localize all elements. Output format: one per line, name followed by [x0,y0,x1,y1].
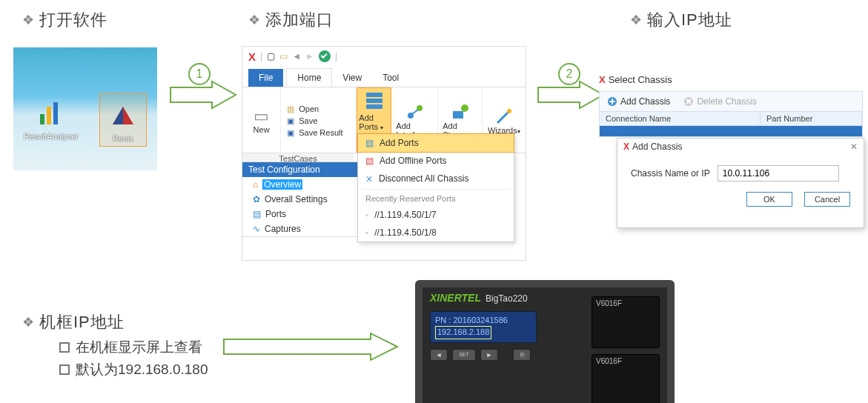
nav-set-button[interactable]: SET [452,349,476,361]
menu-add-ports[interactable]: ▤Add Ports [357,133,514,153]
arrow-1 [169,80,237,110]
x-logo-icon: X [623,141,629,152]
bullet-icon: ❖ [248,12,261,28]
app-logo-icon: X [248,50,256,63]
forward-icon[interactable]: ► [305,51,314,61]
save-button[interactable]: ▣Save [285,116,351,126]
x-logo-icon: X [599,74,606,85]
open-button[interactable]: ▥Open [285,104,351,114]
add-ports-menu: ▤Add Ports ▤Add Offline Ports ⨯Disconnec… [357,133,514,242]
chassis-grid-row[interactable] [599,126,863,137]
svg-rect-1 [47,107,51,124]
nav-left-button[interactable]: ◄ [430,349,448,361]
square-bullet-icon [59,342,70,353]
brand-name: XINERTEL [430,292,481,304]
step-open-software: ❖打开软件 [22,9,107,31]
test-config-panel: Test Configuration ⌂Overview ✿Overall Se… [242,161,362,237]
delete-chassis-button[interactable]: Delete Chassis [683,96,757,107]
svg-point-10 [461,104,468,112]
disk-icon: ▣ [285,116,296,126]
bullet-icon: ❖ [630,12,643,28]
tab-home[interactable]: Home [286,68,332,87]
renix-shortcut[interactable]: Renix [99,93,147,147]
sidebar-item-ports[interactable]: ▤Ports [242,207,361,222]
ports-icon: ▤ [253,209,261,219]
cancel-button[interactable]: Cancel [804,192,850,207]
arrow-2 [537,80,605,110]
new-button[interactable]: ▭New [254,107,270,134]
lcd-ip: 192.168.2.188 [435,326,491,339]
close-icon[interactable]: ✕ [850,141,858,152]
step-enter-ip: ❖输入IP地址 [630,9,732,31]
chassis-hardware: XINERTELBigTao220 PN : 201603241586 192.… [415,280,675,403]
bullet-icon: ❖ [22,314,35,330]
chevron-down-icon: ▾ [517,128,520,135]
add-chassis-dialog: XAdd Chassis ✕ Chassis Name or IP OK Can… [617,138,864,228]
svg-rect-2 [53,102,58,124]
svg-point-12 [507,109,511,113]
plus-circle-icon [607,96,617,107]
card-slot-2: V6016F [592,354,660,403]
step-chassis-ip: ❖机框IP地址 [22,311,125,333]
server-icon: ▤ [365,138,374,148]
chassis-grid-header: Connection Name Part Number [599,112,863,126]
select-chassis-title: XSelect Chassis [599,74,863,85]
add-chassis-button[interactable]: Add Chassis [607,96,670,107]
quick-access-toolbar: X| ▢ ▭ ◄ ► | [242,47,526,66]
step-add-port: ❖添加端口 [248,9,334,31]
tab-view[interactable]: View [332,69,372,87]
sub-lcd-view: 在机框显示屏上查看 [59,338,202,357]
square-bullet-icon [59,364,70,375]
sidebar-item-overall[interactable]: ✿Overall Settings [242,192,361,207]
check-icon[interactable] [319,50,331,62]
chassis-toolbar: Add Chassis Delete Chassis [599,91,863,112]
svg-rect-3 [366,93,382,97]
col-part-number: Part Number [761,112,862,125]
renix-label: Renix [113,134,133,143]
tab-file[interactable]: File [248,69,283,87]
chevron-down-icon: ▾ [380,124,383,131]
bullet-icon: ❖ [22,12,35,28]
new-doc-icon[interactable]: ▢ [267,51,275,61]
ok-button[interactable]: OK [746,192,792,207]
x-circle-icon [683,96,694,107]
menu-recent-port-2[interactable]: ◦//1.119.4.50/1/8 [358,224,514,242]
tab-tool[interactable]: Tool [372,69,409,87]
port-icon: ◦ [365,227,368,238]
resultanalyzer-shortcut[interactable]: ResultAnalyzer [24,98,79,141]
sidebar-item-overview[interactable]: ⌂Overview [242,177,361,192]
disk-result-icon: ▣ [285,127,296,138]
renix-icon [107,100,139,131]
svg-rect-5 [366,104,382,109]
desktop-screenshot: ResultAnalyzer Renix [13,47,157,170]
open-folder-icon[interactable]: ▭ [279,51,288,61]
wizards-button[interactable]: Wizards▾ [488,107,520,136]
dialog-title: Add Chassis [632,141,682,152]
back-icon[interactable]: ◄ [292,51,301,61]
test-config-title: Test Configuration [242,162,361,177]
resultanalyzer-icon [36,98,67,129]
menu-disconnect[interactable]: ⨯Disconnect All Chassis [358,170,514,187]
server-icon [363,90,385,112]
chassis-area: XSelect Chassis Add Chassis Delete Chass… [599,74,863,137]
svg-rect-0 [40,114,44,124]
menu-add-offline[interactable]: ▤Add Offline Ports [358,152,514,170]
menu-recent-header: Recently Reserved Ports [358,191,514,206]
svg-line-8 [412,110,418,114]
svg-rect-9 [453,111,463,119]
gear-icon: ✿ [253,194,260,204]
offline-icon: ▤ [365,156,374,166]
ribbon-tabs: File Home View Tool [242,66,526,87]
sidebar-item-captures[interactable]: ∿Captures [242,222,361,236]
lcd-screen: PN : 201603241586 192.168.2.188 [430,311,537,343]
chassis-ip-input[interactable] [718,165,839,181]
col-connection-name: Connection Name [600,112,761,125]
nav-right-button[interactable]: ► [480,349,498,361]
usb-icon: ⎘ [513,349,531,361]
interface-icon [405,102,424,121]
svg-line-11 [497,111,509,123]
save-result-button[interactable]: ▣Save Result [285,127,351,138]
menu-recent-port-1[interactable]: ◦//1.119.4.50/1/7 [358,206,514,224]
capture-icon: ∿ [253,224,260,234]
lcd-pn: PN : 201603241586 [435,315,531,326]
